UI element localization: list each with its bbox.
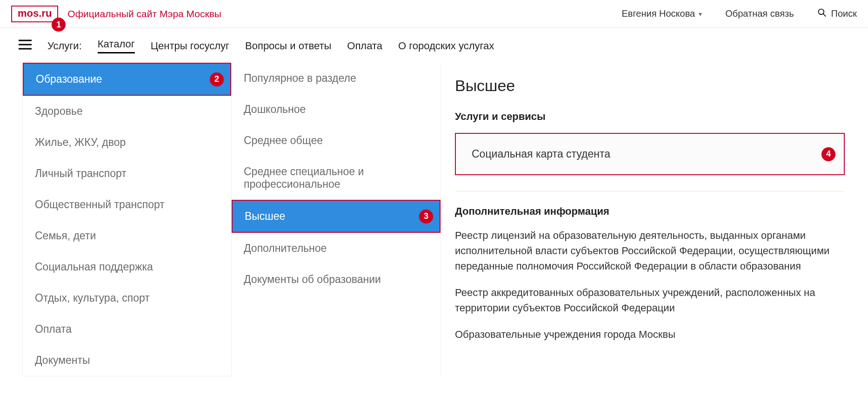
category-social[interactable]: Социальная поддержка — [23, 251, 231, 283]
category-payment[interactable]: Оплата — [23, 314, 231, 345]
feedback-link[interactable]: Обратная связь — [725, 8, 794, 19]
main-nav: Услуги: Каталог Центры госуслуг Вопросы … — [0, 28, 868, 63]
nav-item-faq[interactable]: Вопросы и ответы — [245, 40, 331, 52]
category-education[interactable]: Образование 2 — [23, 63, 231, 96]
user-menu[interactable]: Евгения Носкова ▾ — [621, 8, 702, 19]
category-label: Образование — [36, 73, 102, 85]
nav-item-centers[interactable]: Центры госуслуг — [151, 40, 229, 52]
search-label: Поиск — [831, 8, 857, 19]
nav-label: Услуги: — [47, 40, 82, 52]
nav-item-payment[interactable]: Оплата — [347, 40, 382, 52]
hamburger-menu-icon[interactable] — [19, 39, 32, 53]
category-transport-public[interactable]: Общественный транспорт — [23, 189, 231, 220]
nav-item-about[interactable]: О городских услугах — [398, 40, 494, 52]
svg-line-1 — [823, 14, 826, 17]
search-link[interactable]: Поиск — [817, 8, 857, 20]
svg-point-0 — [818, 9, 824, 15]
annotation-badge-4: 4 — [821, 147, 835, 161]
subcat-additional[interactable]: Дополнительное — [232, 233, 441, 264]
info-heading: Дополнительная информация — [455, 205, 845, 217]
search-icon — [817, 8, 827, 20]
subcat-edudocs[interactable]: Документы об образовании — [232, 264, 441, 295]
info-item-2[interactable]: Реестр аккредитованных образовательных у… — [455, 285, 845, 316]
category-leisure[interactable]: Отдых, культура, спорт — [23, 283, 231, 314]
category-health[interactable]: Здоровье — [23, 96, 231, 127]
primary-category-list: Образование 2 Здоровье Жилье, ЖКУ, двор … — [22, 63, 232, 376]
service-label: Социальная карта студента — [472, 148, 610, 160]
site-logo[interactable]: mos.ru 1 — [11, 6, 58, 22]
nav-item-catalog[interactable]: Каталог — [98, 38, 135, 53]
site-subtitle: Официальный сайт Мэра Москвы — [67, 8, 221, 20]
logo-text: mos.ru — [18, 7, 52, 19]
page-title: Высшее — [455, 77, 845, 95]
services-heading: Услуги и сервисы — [455, 111, 845, 123]
secondary-category-list: Популярное в разделе Дошкольное Среднее … — [232, 63, 441, 376]
chevron-down-icon: ▾ — [699, 10, 702, 18]
category-family[interactable]: Семья, дети — [23, 220, 231, 251]
category-documents[interactable]: Документы — [23, 345, 231, 376]
subcat-general[interactable]: Среднее общее — [232, 125, 441, 156]
content-divider — [455, 191, 845, 191]
annotation-badge-3: 3 — [419, 210, 433, 224]
top-header: mos.ru 1 Официальный сайт Мэра Москвы Ев… — [0, 0, 868, 28]
username-label: Евгения Носкова — [621, 8, 695, 19]
info-item-3[interactable]: Образовательные учреждения города Москвы — [455, 327, 845, 342]
subcat-label: Высшее — [245, 210, 285, 222]
category-housing[interactable]: Жилье, ЖКУ, двор — [23, 127, 231, 158]
info-item-1[interactable]: Реестр лицензий на образовательную деяте… — [455, 228, 845, 274]
subcat-vocational[interactable]: Среднее специальное и профессиональное — [232, 156, 441, 200]
subcat-preschool[interactable]: Дошкольное — [232, 94, 441, 125]
subcat-higher[interactable]: Высшее 3 — [232, 200, 441, 233]
category-transport-personal[interactable]: Личный транспорт — [23, 158, 231, 189]
service-student-card[interactable]: Социальная карта студента 4 — [455, 133, 845, 175]
content-panel: Высшее Услуги и сервисы Социальная карта… — [441, 63, 868, 376]
main-content: Образование 2 Здоровье Жилье, ЖКУ, двор … — [0, 63, 868, 386]
header-right: Евгения Носкова ▾ Обратная связь Поиск — [621, 8, 857, 20]
annotation-badge-2: 2 — [210, 72, 224, 86]
subcat-popular[interactable]: Популярное в разделе — [232, 63, 441, 94]
